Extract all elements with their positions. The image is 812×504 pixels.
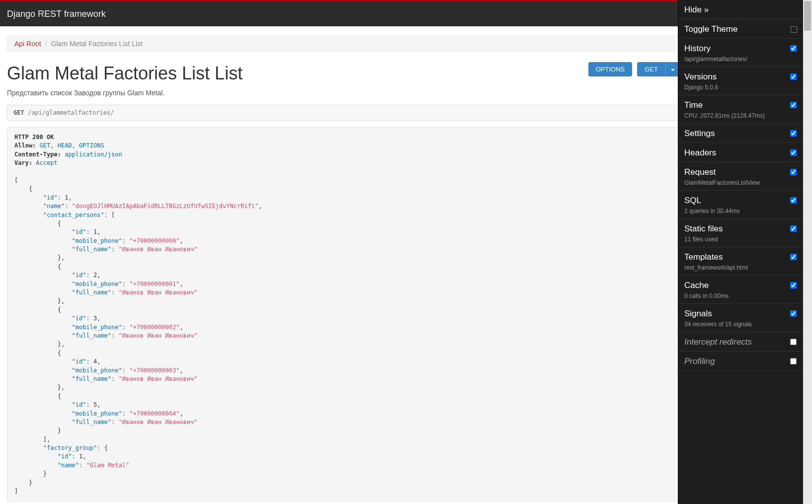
debug-panel-subtitle: 11 files used [684, 236, 797, 243]
debug-panel-title: Cache [684, 281, 797, 290]
debug-panel-cache[interactable]: Cache0 calls in 0.00ms [678, 276, 803, 304]
debug-panel-signals[interactable]: Signals34 receivers of 15 signals [678, 304, 803, 332]
debug-panel-subtitle: CPU: 2072.81ms (2128.47ms) [684, 112, 797, 119]
debug-panel-checkbox[interactable] [790, 73, 797, 80]
debug-panel-checkbox[interactable] [790, 339, 797, 345]
debug-panel-title: History [684, 44, 797, 54]
response-box: HTTP 200 OK Allow: GET, HEAD, OPTIONS Co… [7, 127, 680, 502]
debug-panel-title: Headers [684, 148, 797, 158]
debug-panel-intercept-redirects[interactable]: Intercept redirects [678, 332, 803, 352]
debug-panel-checkbox[interactable] [790, 149, 797, 156]
debug-panel-checkbox[interactable] [790, 169, 797, 175]
debug-panel-profiling[interactable]: Profiling [678, 352, 803, 371]
debug-panel-time[interactable]: TimeCPU: 2072.81ms (2128.47ms) [678, 95, 803, 124]
breadcrumb-root[interactable]: Api Root [14, 40, 41, 48]
chevron-down-icon [671, 69, 675, 71]
debug-panel-sql[interactable]: SQL2 queries in 30.44ms [678, 191, 803, 219]
debug-panel-history[interactable]: History/api/glammetalfactories/ [678, 39, 803, 67]
request-line: GET /api/glammetalfactories/ [7, 105, 680, 121]
request-method: GET [13, 109, 24, 116]
debug-panel-title: Settings [684, 129, 797, 139]
debug-panel-title: Templates [684, 252, 797, 262]
debug-panel-checkbox[interactable] [790, 197, 797, 204]
debug-panel-headers[interactable]: Headers [678, 143, 803, 162]
debug-panel-versions[interactable]: VersionsDjango 5.0.6 [678, 67, 803, 95]
debug-panel-settings[interactable]: Settings [678, 124, 803, 143]
debug-panel-checkbox[interactable] [790, 282, 797, 288]
debug-panel-subtitle: rest_framework/api.html [684, 264, 797, 271]
debug-toolbar: Hide » Toggle Theme History/api/glammeta… [678, 0, 803, 504]
main-content: Django REST framework Api Root / Glam Me… [0, 0, 687, 504]
debug-panel-title: Signals [684, 309, 797, 319]
debug-hide-label: Hide » [684, 5, 709, 14]
debug-panel-subtitle: GlamMetalFactoriesListView [684, 179, 797, 186]
debug-panel-subtitle: 2 queries in 30.44ms [684, 208, 797, 215]
debug-panel-subtitle: 0 calls in 0.00ms [684, 292, 797, 299]
scroll-thumb[interactable] [804, 1, 811, 31]
options-button[interactable]: OPTIONS [588, 62, 633, 76]
debug-panel-request[interactable]: RequestGlamMetalFactoriesListView [678, 162, 803, 191]
response-body: HTTP 200 OK Allow: GET, HEAD, OPTIONS Co… [14, 133, 672, 496]
debug-panel-subtitle: 34 receivers of 15 signals [684, 321, 797, 328]
debug-panel-title: SQL [684, 196, 797, 206]
action-buttons: OPTIONS GET [588, 62, 680, 76]
page-description: Представить список Заводов группы Glam M… [7, 89, 680, 97]
breadcrumb: Api Root / Glam Metal Factories List Lis… [7, 35, 680, 52]
expand-icon [791, 26, 797, 33]
debug-panel-checkbox[interactable] [790, 102, 797, 108]
breadcrumb-separator: / [45, 40, 47, 48]
debug-panel-checkbox[interactable] [790, 358, 797, 364]
debug-panel-checkbox[interactable] [790, 225, 797, 232]
debug-panel-title: Intercept redirects [684, 337, 797, 347]
navbar: Django REST framework [0, 1, 687, 26]
breadcrumb-current: Glam Metal Factories List List [51, 40, 143, 48]
debug-toggle-theme-label: Toggle Theme [684, 24, 737, 34]
debug-panel-title: Static files [684, 224, 797, 234]
debug-panel-subtitle: Django 5.0.6 [684, 84, 797, 91]
debug-panel-title: Versions [684, 72, 797, 82]
debug-panel-checkbox[interactable] [790, 45, 797, 52]
debug-panel-subtitle: /api/glammetalfactories/ [684, 56, 797, 63]
debug-panel-templates[interactable]: Templatesrest_framework/api.html [678, 247, 803, 276]
vertical-scrollbar[interactable] [803, 0, 812, 504]
debug-panel-title: Profiling [684, 357, 797, 366]
request-path: /api/glammetalfactories/ [28, 109, 114, 116]
debug-panel-static-files[interactable]: Static files11 files used [678, 219, 803, 247]
debug-panel-checkbox[interactable] [790, 310, 797, 317]
debug-toggle-theme-panel[interactable]: Toggle Theme [678, 19, 803, 39]
navbar-brand[interactable]: Django REST framework [7, 9, 106, 19]
get-button[interactable]: GET [637, 62, 665, 76]
page-title: Glam Metal Factories List List [7, 63, 243, 84]
debug-panel-title: Time [684, 100, 797, 110]
debug-panel-title: Request [684, 167, 797, 177]
debug-hide-panel[interactable]: Hide » [678, 0, 803, 19]
debug-panel-checkbox[interactable] [790, 130, 797, 137]
debug-panel-checkbox[interactable] [790, 254, 797, 260]
